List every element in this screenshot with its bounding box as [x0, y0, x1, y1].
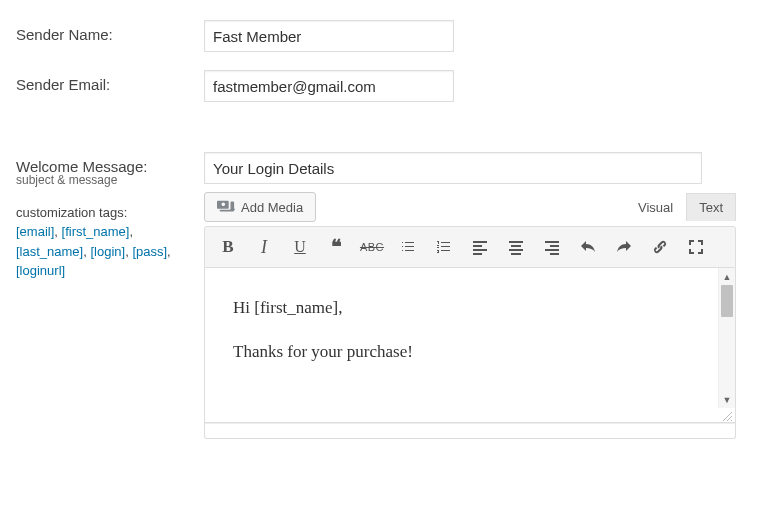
fullscreen-button[interactable] [679, 231, 713, 263]
underline-button[interactable]: U [283, 231, 317, 263]
align-left-button[interactable] [463, 231, 497, 263]
scroll-down-arrow[interactable]: ▼ [719, 391, 735, 408]
tab-text[interactable]: Text [686, 193, 736, 221]
scroll-thumb[interactable] [721, 285, 733, 317]
tab-visual[interactable]: Visual [625, 193, 686, 221]
editor-statusbar [204, 423, 736, 439]
editor-scrollbar[interactable]: ▲ ▼ [718, 268, 735, 408]
resize-handle[interactable] [721, 409, 733, 421]
italic-button[interactable]: I [247, 231, 281, 263]
align-center-button[interactable] [499, 231, 533, 263]
camera-media-icon [217, 198, 235, 216]
tag-first-name[interactable]: [first_name] [62, 224, 130, 239]
add-media-label: Add Media [241, 200, 303, 215]
sender-email-label: Sender Email: [16, 70, 204, 93]
align-right-button[interactable] [535, 231, 569, 263]
strikethrough-button[interactable]: ABC [355, 231, 389, 263]
editor-line-1: Hi [first_name], [233, 296, 707, 320]
welcome-subject-input[interactable] [204, 152, 702, 184]
blockquote-button[interactable]: ❝ [319, 231, 353, 263]
customization-tags: [email], [first_name], [last_name], [log… [16, 222, 204, 281]
tag-loginurl[interactable]: [loginurl] [16, 263, 65, 278]
bold-button[interactable]: B [211, 231, 245, 263]
tag-email[interactable]: [email] [16, 224, 54, 239]
tag-login[interactable]: [login] [90, 244, 125, 259]
number-list-button[interactable] [427, 231, 461, 263]
bullet-list-button[interactable] [391, 231, 425, 263]
sender-email-input[interactable] [204, 70, 454, 102]
editor-toolbar: B I U ❝ ABC [204, 226, 736, 268]
editor-content[interactable]: Hi [first_name], Thanks for your purchas… [205, 268, 735, 422]
add-media-button[interactable]: Add Media [204, 192, 316, 222]
welcome-message-subtitle: subject & message [16, 173, 204, 187]
undo-button[interactable] [571, 231, 605, 263]
scroll-up-arrow[interactable]: ▲ [719, 268, 735, 285]
sender-name-label: Sender Name: [16, 20, 204, 43]
tag-pass[interactable]: [pass] [132, 244, 167, 259]
redo-button[interactable] [607, 231, 641, 263]
customization-tags-label: customization tags: [16, 205, 204, 220]
editor-line-2: Thanks for your purchase! [233, 340, 707, 364]
link-button[interactable] [643, 231, 677, 263]
tag-last-name[interactable]: [last_name] [16, 244, 83, 259]
sender-name-input[interactable] [204, 20, 454, 52]
